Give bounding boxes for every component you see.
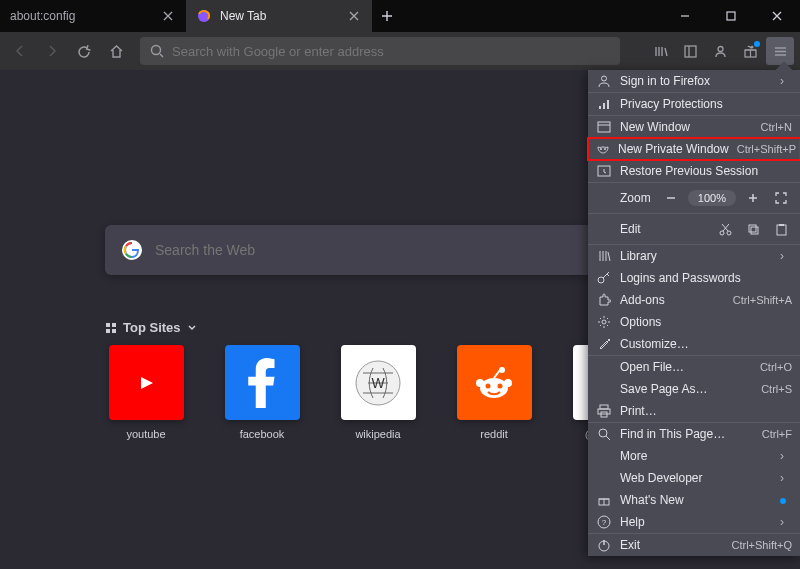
grid-icon <box>105 322 117 334</box>
cut-button[interactable] <box>714 218 736 240</box>
svg-point-32 <box>720 231 724 235</box>
svg-point-4 <box>718 46 723 51</box>
close-icon[interactable] <box>160 8 176 24</box>
tab-title: about:config <box>10 9 160 23</box>
menu-more[interactable]: More › <box>588 445 800 467</box>
power-icon <box>596 538 612 552</box>
key-icon <box>596 271 612 285</box>
svg-rect-8 <box>112 323 116 327</box>
window-icon <box>596 120 612 134</box>
tab-about-config[interactable]: about:config <box>0 0 186 32</box>
tile-wikipedia[interactable]: W wikipedia <box>337 345 419 440</box>
menu-label: Help <box>620 515 772 529</box>
print-icon <box>596 404 612 418</box>
svg-rect-35 <box>751 227 758 234</box>
menu-whats-new[interactable]: What's New <box>588 489 800 511</box>
tab-new-tab[interactable]: New Tab <box>186 0 372 32</box>
top-sites-grid: youtube facebook W wikipedia reddit a @a… <box>105 345 651 440</box>
zoom-value[interactable]: 100% <box>688 190 736 206</box>
menu-library[interactable]: Library › <box>588 245 800 267</box>
minimize-button[interactable] <box>662 0 708 32</box>
firefox-icon <box>196 8 212 24</box>
fullscreen-button[interactable] <box>770 187 792 209</box>
menu-label: Customize… <box>620 337 792 351</box>
svg-point-16 <box>476 379 484 387</box>
tile-facebook[interactable]: facebook <box>221 345 303 440</box>
menu-find[interactable]: Find in This Page… Ctrl+F <box>588 423 800 445</box>
menu-print[interactable]: Print… <box>588 400 800 422</box>
menu-label: Restore Previous Session <box>620 164 792 178</box>
svg-rect-40 <box>600 405 608 409</box>
gear-icon <box>596 315 612 329</box>
account-button[interactable] <box>706 37 734 65</box>
menu-label: More <box>620 449 772 463</box>
menu-save-page[interactable]: Save Page As… Ctrl+S <box>588 378 800 400</box>
menu-shortcut: Ctrl+N <box>761 121 792 133</box>
tile-youtube[interactable]: youtube <box>105 345 187 440</box>
mask-icon <box>596 142 610 156</box>
home-button[interactable] <box>102 37 130 65</box>
menu-addons[interactable]: Add-ons Ctrl+Shift+A <box>588 289 800 311</box>
svg-rect-9 <box>106 329 110 333</box>
maximize-button[interactable] <box>708 0 754 32</box>
puzzle-icon <box>596 293 612 307</box>
svg-rect-34 <box>749 225 756 232</box>
svg-rect-28 <box>598 122 610 132</box>
tab-bar: about:config New Tab <box>0 0 800 32</box>
app-menu-button[interactable] <box>766 37 794 65</box>
menu-new-private-window[interactable]: New Private Window Ctrl+Shift+P <box>588 138 800 160</box>
close-window-button[interactable] <box>754 0 800 32</box>
svg-point-43 <box>599 429 607 437</box>
tile-label: wikipedia <box>337 428 419 440</box>
top-sites-header[interactable]: Top Sites <box>105 320 197 335</box>
paste-button[interactable] <box>770 218 792 240</box>
restore-icon <box>596 164 612 178</box>
reload-button[interactable] <box>70 37 98 65</box>
copy-button[interactable] <box>742 218 764 240</box>
menu-label: Save Page As… <box>620 382 753 396</box>
svg-point-39 <box>602 320 606 324</box>
search-icon <box>596 427 612 441</box>
svg-rect-36 <box>777 225 786 235</box>
svg-rect-25 <box>599 106 601 109</box>
sidebar-button[interactable] <box>676 37 704 65</box>
menu-help[interactable]: ? Help › <box>588 511 800 533</box>
back-button[interactable] <box>6 37 34 65</box>
menu-label: Print… <box>620 404 792 418</box>
menu-web-developer[interactable]: Web Developer › <box>588 467 800 489</box>
tile-label: reddit <box>453 428 535 440</box>
menu-restore-session[interactable]: Restore Previous Session <box>588 160 800 182</box>
svg-point-24 <box>602 76 607 81</box>
url-bar[interactable] <box>140 37 620 65</box>
svg-point-30 <box>604 148 606 150</box>
menu-new-window[interactable]: New Window Ctrl+N <box>588 116 800 138</box>
svg-point-18 <box>486 383 491 388</box>
url-input[interactable] <box>172 44 610 59</box>
svg-point-33 <box>727 231 731 235</box>
svg-point-17 <box>504 379 512 387</box>
menu-signin[interactable]: Sign in to Firefox › <box>588 70 800 92</box>
tile-reddit[interactable]: reddit <box>453 345 535 440</box>
menu-exit[interactable]: Exit Ctrl+Shift+Q <box>588 534 800 556</box>
menu-options[interactable]: Options <box>588 311 800 333</box>
menu-label: New Private Window <box>618 142 729 156</box>
chevron-right-icon: › <box>780 249 792 263</box>
nav-toolbar <box>0 32 800 70</box>
chevron-down-icon <box>187 323 197 333</box>
menu-customize[interactable]: Customize… <box>588 333 800 355</box>
zoom-in-button[interactable] <box>742 187 764 209</box>
new-tab-button[interactable] <box>372 1 402 31</box>
library-button[interactable] <box>646 37 674 65</box>
whats-new-button[interactable] <box>736 37 764 65</box>
menu-open-file[interactable]: Open File… Ctrl+O <box>588 356 800 378</box>
forward-button[interactable] <box>38 37 66 65</box>
menu-shortcut: Ctrl+Shift+A <box>733 294 792 306</box>
close-icon[interactable] <box>346 8 362 24</box>
menu-privacy[interactable]: Privacy Protections <box>588 93 800 115</box>
zoom-out-button[interactable] <box>660 187 682 209</box>
menu-logins[interactable]: Logins and Passwords <box>588 267 800 289</box>
menu-edit-row: Edit <box>588 214 800 244</box>
menu-label: Library <box>620 249 772 263</box>
tab-title: New Tab <box>220 9 346 23</box>
svg-rect-10 <box>112 329 116 333</box>
